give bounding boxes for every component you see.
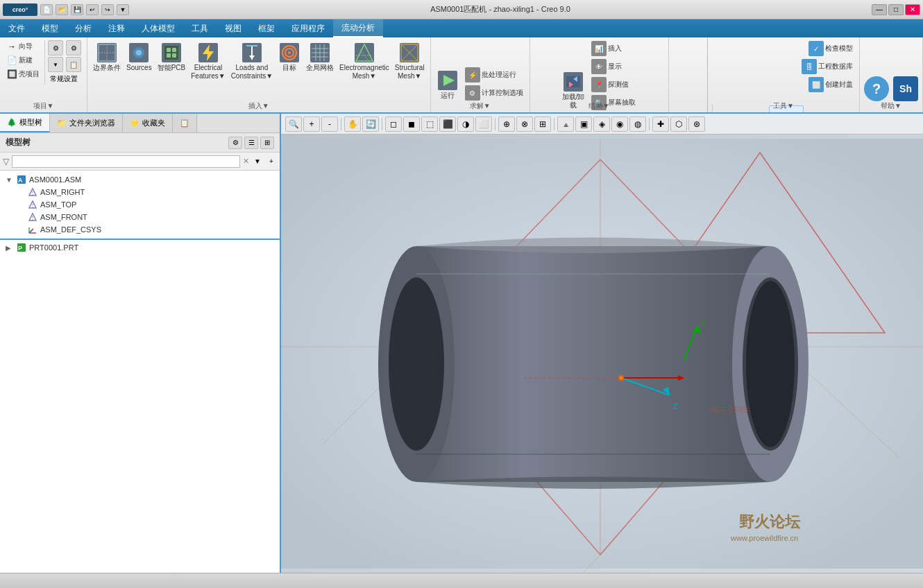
check-model-btn[interactable]: ✓ 检查模型 (806, 40, 855, 57)
undo-button[interactable]: ↩ (86, 4, 99, 15)
vp-wireframe-btn[interactable]: ⟁ (557, 116, 574, 132)
tree-item-asm-front[interactable]: ASM_FRONT (0, 211, 280, 223)
batch-run-icon: ⚡ (465, 67, 480, 83)
vp-pan-btn[interactable]: ✋ (344, 116, 361, 132)
sh-button[interactable]: Sh (893, 76, 918, 101)
vp-hidden-btn[interactable]: ◈ (593, 116, 610, 132)
vp-zoom-out-btn[interactable]: - (321, 116, 338, 132)
svg-text:Y: Y (701, 318, 706, 326)
new-project-btn[interactable]: 📄 新建 (4, 54, 42, 67)
menu-human-model[interactable]: 人体模型 (133, 19, 183, 37)
struct-mesh-btn[interactable]: StructuralMesh▼ (393, 40, 426, 82)
menu-file[interactable]: 文件 (0, 19, 33, 37)
run-btn[interactable]: 运行 (435, 68, 460, 101)
vp-snap3-btn[interactable]: ⊞ (534, 116, 551, 132)
vp-csys-btn[interactable]: ⊛ (688, 116, 705, 132)
svg-text:DEF_CSYS: DEF_CSYS (711, 406, 748, 414)
boundary-btn[interactable]: 边界条件 (92, 40, 122, 74)
shell-btn[interactable]: 🔲 壳项目 (4, 68, 42, 80)
tree-item-asm-right[interactable]: ASM_RIGHT (0, 186, 280, 198)
general-settings-btn[interactable]: 常规设置 (48, 74, 83, 85)
menu-analysis[interactable]: 分析 (67, 19, 100, 37)
smart-pcb-btn[interactable]: 智能PCB (156, 40, 187, 74)
help-button[interactable]: ? (864, 76, 889, 101)
tab-favorites[interactable]: ⭐ 收藏夹 (123, 114, 173, 132)
prt0001-expand-icon: ▶ (6, 244, 14, 252)
general-settings-label: 常规设置 (50, 74, 78, 84)
vp-view6-btn[interactable]: ⬜ (475, 116, 492, 132)
tab-file-browser[interactable]: 📁 文件夹浏览器 (50, 114, 123, 132)
svg-rect-38 (566, 76, 580, 87)
tree-item-asm0001[interactable]: ▼ A ASM0001.ASM (0, 173, 280, 186)
file-browser-tab-label: 文件夹浏览器 (69, 118, 115, 128)
vp-view4-btn[interactable]: ⬛ (439, 116, 456, 132)
svg-rect-73 (416, 246, 770, 482)
menu-view[interactable]: 视图 (217, 19, 250, 37)
sources-btn[interactable]: Sources (125, 40, 153, 74)
new-button[interactable]: 📄 (40, 4, 53, 15)
vp-axis-btn[interactable]: ✚ (652, 116, 669, 132)
tree-item-prt0001[interactable]: ▶ P PRT0001.PRT (0, 239, 280, 254)
tree-item-asm-def-csys[interactable]: ASM_DEF_CSYS (0, 223, 280, 236)
settings-icon1[interactable]: ⚙ (48, 40, 63, 55)
probe-btn[interactable]: 📍 探测值 (589, 76, 638, 93)
struct-mesh-label: StructuralMesh▼ (395, 64, 425, 80)
electrical-btn[interactable]: ElectricalFeatures▼ (189, 40, 226, 82)
tree-settings-btn[interactable]: ⚙ (228, 137, 242, 149)
save-button[interactable]: 💾 (71, 4, 83, 15)
batch-run-btn[interactable]: ⚡ 批处理运行 (463, 67, 525, 83)
menu-annotation[interactable]: 注释 (100, 19, 133, 37)
global-mesh-btn[interactable]: 全局网格 (305, 40, 335, 74)
tab-model-tree[interactable]: 🌲 模型树 (0, 114, 50, 132)
scene[interactable]: Z Y DEF_CSYS DEF_CSYS 野火论坛 www.proewildf… (281, 135, 923, 573)
vp-edge-btn[interactable]: ◍ (629, 116, 646, 132)
tree-expand-btn[interactable]: ⊞ (260, 137, 274, 149)
display-btn[interactable]: 👁 显示 (589, 58, 638, 75)
menu-applications[interactable]: 应用程序 (283, 19, 333, 37)
maximize-button[interactable]: □ (888, 4, 904, 15)
insert-result-btn[interactable]: 📊 插入 (589, 40, 638, 57)
filter-add-btn[interactable]: + (266, 156, 277, 167)
customize-button[interactable]: ▼ (117, 4, 129, 15)
vp-shade-btn[interactable]: ◉ (611, 116, 628, 132)
loads-btn[interactable]: Loads andConstraints▼ (230, 40, 274, 82)
tab-extra[interactable]: 📋 (173, 114, 197, 132)
filter-clear-btn[interactable]: ✕ (243, 157, 249, 166)
vp-zoom-all-btn[interactable]: 🔍 (285, 116, 302, 132)
tree-filter-input[interactable] (12, 155, 240, 168)
tree-columns-btn[interactable]: ☰ (244, 137, 258, 149)
settings-icon4[interactable]: 📋 (66, 57, 81, 72)
menu-model[interactable]: 模型 (33, 19, 67, 37)
redo-button[interactable]: ↪ (101, 4, 114, 15)
vp-plane-btn[interactable]: ⬡ (670, 116, 687, 132)
calc-options-btn[interactable]: ⚙ 计算控制选项 (463, 85, 525, 101)
menu-flow-analysis[interactable]: 流动分析 (333, 19, 383, 37)
vp-rotate-btn[interactable]: 🔄 (362, 116, 379, 132)
create-cover-icon: ⬜ (808, 77, 824, 92)
svg-point-76 (389, 277, 444, 451)
vp-view2-btn[interactable]: ◼ (403, 116, 420, 132)
arrow-btn[interactable]: → 向导 (4, 40, 42, 53)
vp-view3-btn[interactable]: ⬚ (421, 116, 438, 132)
favorites-tab-icon: ⭐ (130, 119, 139, 128)
vp-zoom-in-btn[interactable]: + (303, 116, 320, 132)
vp-snap2-btn[interactable]: ⊗ (516, 116, 533, 132)
run-icon (437, 69, 459, 92)
tree-item-asm-top[interactable]: ASM_TOP (0, 198, 280, 211)
vp-view1-btn[interactable]: ◻ (385, 116, 402, 132)
vp-solid-btn[interactable]: ▣ (575, 116, 592, 132)
minimize-button[interactable]: — (872, 4, 887, 15)
open-button[interactable]: 📂 (56, 4, 68, 15)
menu-framework[interactable]: 框架 (250, 19, 283, 37)
menu-tools[interactable]: 工具 (183, 19, 217, 37)
filter-dropdown-btn[interactable]: ▼ (252, 156, 263, 167)
vp-view5-btn[interactable]: ◑ (457, 116, 474, 132)
settings-dropdown[interactable]: ▼ (48, 57, 63, 72)
em-mesh-btn[interactable]: ElectromagneticMesh▼ (338, 40, 391, 82)
settings-icon2[interactable]: ⚙ (66, 40, 81, 55)
close-button[interactable]: ✕ (905, 4, 920, 15)
create-cover-btn[interactable]: ⬜ 创建封盖 (806, 76, 855, 93)
vp-snap1-btn[interactable]: ⊕ (498, 116, 515, 132)
eng-db-btn[interactable]: 🗄 工程数据库 (799, 58, 855, 75)
target-btn[interactable]: 目标 (277, 40, 302, 74)
